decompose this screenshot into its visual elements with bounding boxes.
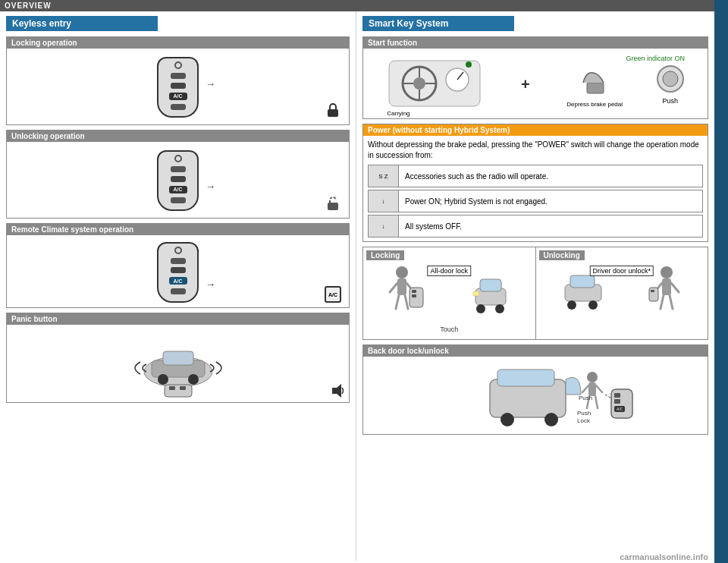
depress-brake-label: Depress brake pedal xyxy=(566,101,623,109)
svg-line-56 xyxy=(582,385,588,392)
svg-rect-21 xyxy=(587,83,604,93)
fob-btn-arrow3 xyxy=(171,288,186,294)
remote-climate-box: Remote Climate system operation A/C → xyxy=(6,223,350,308)
svg-marker-10 xyxy=(332,384,341,398)
key-fob-locking: A/C xyxy=(157,57,199,118)
svg-rect-49 xyxy=(651,290,654,292)
svg-rect-8 xyxy=(169,386,175,390)
fob-ring xyxy=(174,61,182,69)
touch-label-area: Touch xyxy=(366,324,532,336)
svg-point-54 xyxy=(587,372,598,382)
ac-icon-corner: A/C xyxy=(325,286,341,303)
svg-point-40 xyxy=(567,300,576,310)
remote-climate-label: Remote Climate system operation xyxy=(7,224,349,235)
page-header: OVERVIEW xyxy=(0,0,728,11)
lock-icon-svg xyxy=(325,102,341,118)
fob-btn-ac3: A/C xyxy=(169,277,187,285)
driver-door-unlock-label: Driver door unlock* xyxy=(589,266,654,276)
fob-btn5 xyxy=(171,258,186,264)
svg-line-28 xyxy=(396,295,399,309)
svg-rect-43 xyxy=(662,278,671,295)
unlocking-section: Unlocking xyxy=(536,247,708,339)
main-container: Keyless entry Locking operation A/C xyxy=(0,11,728,561)
power-mode-row-1: ↓ Power ON; Hybrid System is not engaged… xyxy=(368,190,703,212)
key-fob-unlocking: A/C xyxy=(157,150,199,211)
locking-section-label: Locking xyxy=(366,250,404,260)
svg-point-42 xyxy=(661,266,673,278)
dashboard-svg xyxy=(385,53,484,114)
locking-operation-box: Locking operation A/C → xyxy=(6,36,350,125)
svg-point-23 xyxy=(663,71,678,86)
plus-symbol: + xyxy=(521,76,530,93)
push-button-group: Push xyxy=(655,64,686,105)
mode-indicator-2: ↓ xyxy=(369,215,399,237)
svg-rect-4 xyxy=(163,351,193,365)
panic-button-box: Panic button xyxy=(6,313,350,403)
svg-rect-65 xyxy=(614,399,620,404)
right-column: Smart Key System Start function Green in… xyxy=(356,11,728,561)
fob-btn-ac2: A/C xyxy=(169,186,187,193)
key-fob-climate: A/C xyxy=(157,242,199,303)
mode-indicator-label-1: ↓ xyxy=(382,198,385,205)
svg-rect-51 xyxy=(497,370,554,386)
unlock-icon-svg xyxy=(325,195,341,212)
fob-ring-3 xyxy=(174,247,182,254)
unlock-icon-corner xyxy=(325,195,341,213)
unlocking-arrow: → xyxy=(206,181,215,192)
unlocking-operation-box: Unlocking operation A/C → xyxy=(6,130,350,219)
svg-rect-34 xyxy=(480,279,501,291)
svg-line-45 xyxy=(671,283,679,292)
watermark: carmanualsonline.info xyxy=(615,551,713,563)
svg-text:A/C: A/C xyxy=(617,407,623,411)
fob-btn-arrow1 xyxy=(171,104,186,110)
mode-text-1: Power ON; Hybrid System is not engaged. xyxy=(399,195,702,208)
start-function-label: Start function xyxy=(363,37,708,49)
svg-point-36 xyxy=(495,304,504,313)
touch-label-text: Touch xyxy=(440,326,458,333)
panic-illustration xyxy=(125,330,231,398)
fob-ring-2 xyxy=(174,155,182,162)
svg-rect-9 xyxy=(180,386,186,390)
svg-line-68 xyxy=(605,395,611,398)
climate-arrow: → xyxy=(206,278,215,290)
svg-rect-64 xyxy=(614,393,620,398)
locking-car-svg xyxy=(469,267,511,320)
keyless-entry-title: Keyless entry xyxy=(6,16,158,31)
svg-line-29 xyxy=(405,295,408,309)
svg-line-26 xyxy=(390,283,397,292)
horn-icon-corner xyxy=(329,382,346,401)
svg-text:Push: Push xyxy=(579,395,592,401)
blue-sidebar xyxy=(714,0,728,563)
svg-point-6 xyxy=(188,374,199,385)
svg-rect-37 xyxy=(473,291,479,296)
panic-button-label: Panic button xyxy=(7,313,349,325)
svg-rect-31 xyxy=(412,290,416,293)
header-title: OVERVIEW xyxy=(5,2,52,10)
left-column: Keyless entry Locking operation A/C xyxy=(0,11,356,561)
power-without-description: Without depressing the brake pedal, pres… xyxy=(363,137,708,163)
power-mode-row-0: S Z Accessories such as the radio will o… xyxy=(368,165,703,187)
unlocking-operation-label: Unlocking operation xyxy=(7,131,349,142)
svg-rect-25 xyxy=(397,278,406,295)
all-door-lock-label: All-door lock xyxy=(427,266,471,276)
panic-car-svg xyxy=(125,330,231,398)
mode-text-0: Accessories such as the radio will opera… xyxy=(399,170,702,183)
lock-icon-corner xyxy=(325,102,341,120)
locking-arrow: → xyxy=(206,78,215,90)
start-function-box: Start function Green indicator ON xyxy=(362,36,708,119)
fob-btn-ac1: A/C xyxy=(169,93,187,100)
unlocking-operation-inner: A/C → xyxy=(7,143,349,218)
locking-operation-inner: A/C → xyxy=(7,50,349,124)
mode-text-2: All systems OFF. xyxy=(399,220,702,233)
push-button-svg xyxy=(655,64,686,94)
svg-point-20 xyxy=(466,61,472,68)
back-door-section: Back door lock/unlock xyxy=(362,344,708,435)
svg-line-46 xyxy=(661,295,664,309)
svg-line-57 xyxy=(596,385,602,392)
svg-rect-7 xyxy=(165,385,192,397)
dashboard-illustration: Carrying xyxy=(385,53,484,115)
locking-person-svg xyxy=(387,263,428,324)
svg-rect-30 xyxy=(410,288,423,307)
svg-text:Push: Push xyxy=(577,410,591,417)
power-without-box: Power (without starting Hybrid System) W… xyxy=(362,124,708,242)
